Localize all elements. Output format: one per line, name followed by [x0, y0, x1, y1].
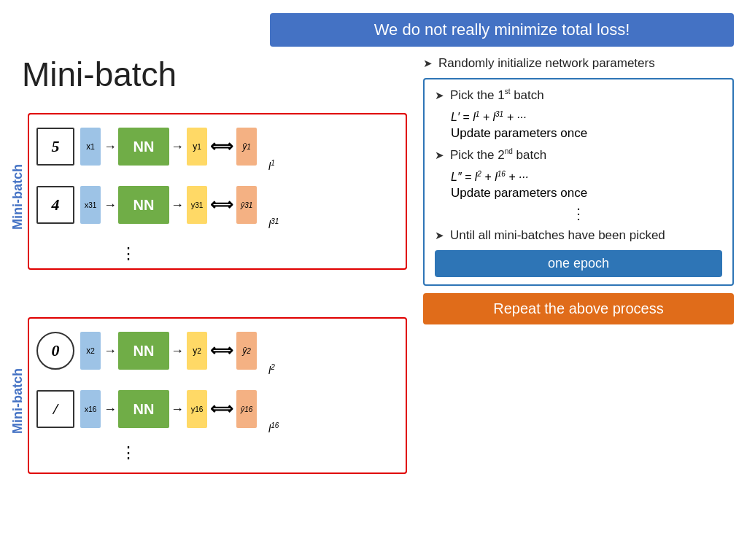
top-row1: 5 x1 → NN → y1 ⟺ ŷ1	[36, 128, 258, 166]
arrow1: →	[104, 139, 117, 155]
arrow5: →	[104, 343, 117, 359]
img-slash: /	[36, 390, 74, 428]
arrow2: →	[171, 139, 184, 155]
until-text: Until all mini-batches have been picked	[450, 227, 665, 244]
y2-label: y2	[187, 332, 207, 370]
l31-label: l31	[268, 217, 279, 230]
yhat2-label: ŷ2	[236, 332, 257, 370]
bullet-batch1: ➤ Pick the 1st batch	[435, 87, 722, 104]
img-4: 4	[36, 186, 74, 224]
double-arrow4: ⟺	[210, 400, 233, 419]
nn-box-b2: NN	[118, 390, 169, 428]
formula2: L″ = l2 + l16 + ···	[451, 170, 722, 184]
nn-box-t2: NN	[118, 186, 169, 224]
batch1-text: Pick the 1st batch	[450, 87, 544, 104]
repeat-banner: Repeat the above process	[423, 293, 734, 324]
update1-text: Update parameters once	[451, 126, 722, 141]
initialize-text: Randomly initialize network parameters	[438, 55, 655, 72]
y31-label: y31	[187, 186, 207, 224]
arrow-icon-1: ➤	[435, 89, 444, 102]
double-arrow1: ⟺	[210, 137, 233, 156]
arrow6: →	[171, 343, 184, 359]
vertical-label-top: Mini-batch	[10, 120, 26, 273]
arrow8: →	[171, 402, 184, 417]
arrow7: →	[104, 402, 117, 417]
epoch-banner: one epoch	[435, 250, 722, 277]
right-content: ➤ Randomly initialize network parameters…	[423, 55, 734, 324]
nn-box-t1: NN	[118, 128, 169, 166]
double-arrow2: ⟺	[210, 195, 233, 214]
bottom-dots: ⋮	[120, 443, 136, 462]
top-banner-text: We do not really minimize total loss!	[374, 20, 630, 39]
bullet-batch2: ➤ Pick the 2nd batch	[435, 147, 722, 164]
batch2-text: Pick the 2nd batch	[450, 147, 546, 164]
img-0: 0	[36, 332, 74, 370]
top-dots: ⋮	[120, 244, 136, 263]
yhat16-label: ŷ16	[236, 390, 257, 428]
arrow3: →	[104, 198, 117, 213]
vertical-label-bottom: Mini-batch	[10, 324, 26, 478]
yhat1-label: ŷ1	[236, 128, 257, 166]
yhat31-label: ŷ31	[236, 186, 257, 224]
x31-label: x31	[80, 186, 101, 224]
update2-text: Update parameters once	[451, 186, 722, 201]
l16-label: l16	[268, 421, 279, 435]
arrow-icon-3: ➤	[435, 229, 444, 242]
page-title: Mini-batch	[22, 55, 177, 94]
arrow4: →	[171, 198, 184, 213]
l1-label: l1	[268, 159, 275, 172]
img-5: 5	[36, 128, 74, 166]
top-row2: 4 x31 → NN → y31 ⟺ ŷ31	[36, 186, 258, 224]
top-banner: We do not really minimize total loss!	[270, 13, 734, 47]
arrow-icon-0: ➤	[423, 57, 433, 70]
l2-label: l2	[268, 363, 275, 376]
blue-box: ➤ Pick the 1st batch L′ = l1 + l31 + ···…	[423, 78, 734, 286]
double-arrow3: ⟺	[210, 341, 233, 360]
y16-label: y16	[187, 390, 207, 428]
arrow-icon-2: ➤	[435, 149, 444, 162]
bullet-initialize: ➤ Randomly initialize network parameters	[423, 55, 734, 72]
x2-label: x2	[80, 332, 101, 370]
formula1: L′ = l1 + l31 + ···	[451, 110, 722, 124]
x1-label: x1	[80, 128, 101, 166]
x16-label: x16	[80, 390, 101, 428]
bottom-row2: / x16 → NN → y16 ⟺ ŷ16	[36, 390, 258, 428]
middle-dots: ⋮	[435, 205, 722, 222]
bottom-row1: 0 x2 → NN → y2 ⟺ ŷ2	[36, 332, 258, 370]
nn-box-b1: NN	[118, 332, 169, 370]
y1-label: y1	[187, 128, 207, 166]
bullet-until: ➤ Until all mini-batches have been picke…	[435, 227, 722, 244]
